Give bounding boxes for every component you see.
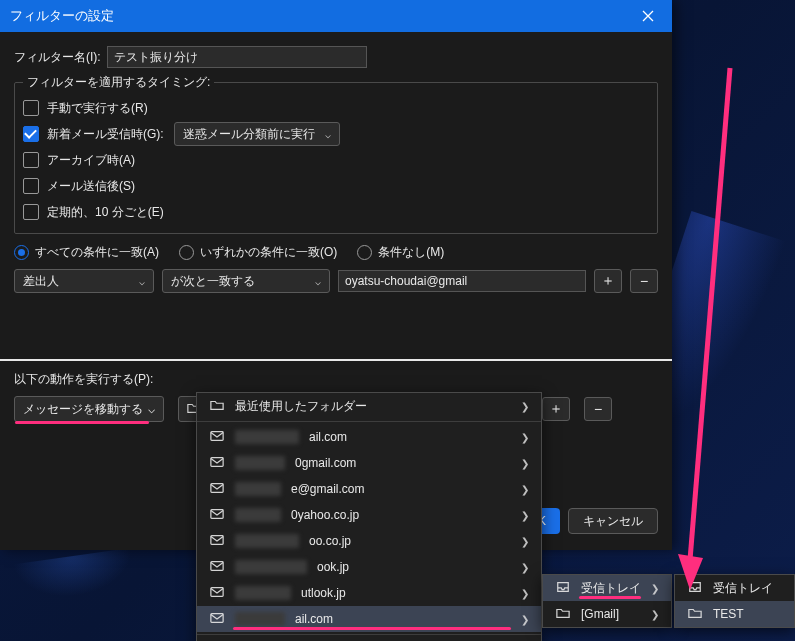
inbox-label: 受信トレイ (713, 580, 773, 597)
filter-name-label: フィルター名(I): (14, 49, 101, 66)
account-item-selected[interactable]: ail.com ❯ (197, 606, 541, 632)
envelope-icon (209, 507, 225, 524)
aftersend-checkbox-label: メール送信後(S) (47, 178, 135, 195)
account-suffix: ook.jp (317, 560, 349, 574)
envelope-icon (209, 559, 225, 576)
account-item[interactable]: e@gmail.com ❯ (197, 476, 541, 502)
chevron-right-icon: ❯ (521, 536, 529, 547)
cancel-button[interactable]: キャンセル (568, 508, 658, 534)
svg-rect-7 (211, 613, 223, 622)
chevron-right-icon: ❯ (521, 432, 529, 443)
test-folder-label: TEST (713, 607, 744, 621)
manual-checkbox[interactable] (23, 100, 39, 116)
account-item[interactable]: 0gmail.com ❯ (197, 450, 541, 476)
timing-fieldset: フィルターを適用するタイミング: 手動で実行する(R) 新着メール受信時(G):… (14, 74, 658, 234)
envelope-icon (209, 533, 225, 550)
condition-op-label: が次と一致する (171, 273, 255, 290)
condition-op-select[interactable]: が次と一致する ⌵ (162, 269, 330, 293)
account-suffix: 0yahoo.co.jp (291, 508, 359, 522)
periodic-checkbox[interactable] (23, 204, 39, 220)
filter-name-input[interactable] (107, 46, 367, 68)
inbox-item[interactable]: 受信トレイ ❯ (543, 575, 671, 601)
remove-condition-button[interactable]: − (630, 269, 658, 293)
envelope-icon (209, 481, 225, 498)
svg-rect-5 (211, 561, 223, 570)
test-folder-item[interactable]: TEST (675, 601, 794, 627)
match-none-label: 条件なし(M) (378, 244, 444, 261)
archive-checkbox[interactable] (23, 152, 39, 168)
match-all-radio[interactable] (14, 245, 29, 260)
add-condition-button[interactable]: ＋ (594, 269, 622, 293)
svg-rect-3 (211, 509, 223, 518)
chevron-right-icon: ❯ (651, 609, 659, 620)
add-action-button[interactable]: ＋ (542, 397, 570, 421)
remove-action-button[interactable]: − (584, 397, 612, 421)
svg-rect-0 (211, 431, 223, 440)
chevron-down-icon: ⌵ (315, 276, 321, 287)
chevron-right-icon: ❯ (521, 588, 529, 599)
redacted-text (235, 534, 299, 548)
local-folders-item[interactable]: ローカルフォルダ ❯ (197, 637, 541, 641)
incoming-checkbox-label: 新着メール受信時(G): (47, 126, 164, 143)
inbox-icon (687, 580, 703, 597)
chevron-right-icon: ❯ (521, 401, 529, 412)
titlebar: フィルターの設定 (0, 0, 672, 32)
manual-checkbox-label: 手動で実行する(R) (47, 100, 148, 117)
close-button[interactable] (634, 4, 662, 28)
condition-field-select[interactable]: 差出人 ⌵ (14, 269, 154, 293)
folder-submenu-2: 受信トレイ TEST (674, 574, 795, 628)
match-any-radio[interactable] (179, 245, 194, 260)
actions-legend: 以下の動作を実行する(P): (14, 371, 658, 388)
gmail-item[interactable]: [Gmail] ❯ (543, 601, 671, 627)
condition-field-label: 差出人 (23, 273, 59, 290)
chevron-down-icon: ⌵ (325, 129, 331, 140)
match-all-label: すべての条件に一致(A) (35, 244, 159, 261)
inbox-label: 受信トレイ (581, 580, 641, 597)
action-type-label: メッセージを移動する (23, 401, 143, 418)
recent-folders-item[interactable]: 最近使用したフォルダー ❯ (197, 393, 541, 419)
account-suffix: utlook.jp (301, 586, 346, 600)
account-item[interactable]: ook.jp ❯ (197, 554, 541, 580)
svg-rect-6 (211, 587, 223, 596)
separator (0, 359, 672, 361)
svg-rect-1 (211, 457, 223, 466)
chevron-right-icon: ❯ (521, 614, 529, 625)
redacted-text (235, 456, 285, 470)
redacted-text (235, 612, 285, 626)
redacted-text (235, 508, 281, 522)
incoming-checkbox[interactable] (23, 126, 39, 142)
chevron-right-icon: ❯ (521, 510, 529, 521)
account-item[interactable]: 0yahoo.co.jp ❯ (197, 502, 541, 528)
account-suffix: oo.co.jp (309, 534, 351, 548)
folder-icon (555, 606, 571, 623)
action-type-select[interactable]: メッセージを移動する ⌵ (14, 396, 164, 422)
redacted-text (235, 430, 299, 444)
aftersend-checkbox[interactable] (23, 178, 39, 194)
account-suffix: ail.com (309, 430, 347, 444)
account-item[interactable]: utlook.jp ❯ (197, 580, 541, 606)
account-suffix: e@gmail.com (291, 482, 365, 496)
folder-submenu-1: 受信トレイ ❯ [Gmail] ❯ (542, 574, 672, 628)
account-suffix: 0gmail.com (295, 456, 356, 470)
condition-row: 差出人 ⌵ が次と一致する ⌵ ＋ − (14, 269, 658, 293)
incoming-option-select[interactable]: 迷惑メール分類前に実行 ⌵ (174, 122, 340, 146)
dialog-title: フィルターの設定 (10, 8, 114, 25)
gmail-label: [Gmail] (581, 607, 619, 621)
incoming-option-label: 迷惑メール分類前に実行 (183, 126, 315, 143)
periodic-checkbox-label: 定期的、10 分ごと(E) (47, 204, 164, 221)
svg-rect-2 (211, 483, 223, 492)
redacted-text (235, 560, 307, 574)
match-none-radio[interactable] (357, 245, 372, 260)
match-any-label: いずれかの条件に一致(O) (200, 244, 337, 261)
svg-rect-4 (211, 535, 223, 544)
recent-folders-label: 最近使用したフォルダー (235, 398, 367, 415)
account-item[interactable]: ail.com ❯ (197, 424, 541, 450)
folder-menu: 最近使用したフォルダー ❯ ail.com ❯ 0gmail.com ❯ e@g… (196, 392, 542, 641)
condition-value-input[interactable] (338, 270, 586, 292)
inbox-item[interactable]: 受信トレイ (675, 575, 794, 601)
chevron-right-icon: ❯ (521, 458, 529, 469)
chevron-down-icon: ⌵ (148, 402, 155, 416)
folder-icon (687, 606, 703, 623)
envelope-icon (209, 585, 225, 602)
account-item[interactable]: oo.co.jp ❯ (197, 528, 541, 554)
